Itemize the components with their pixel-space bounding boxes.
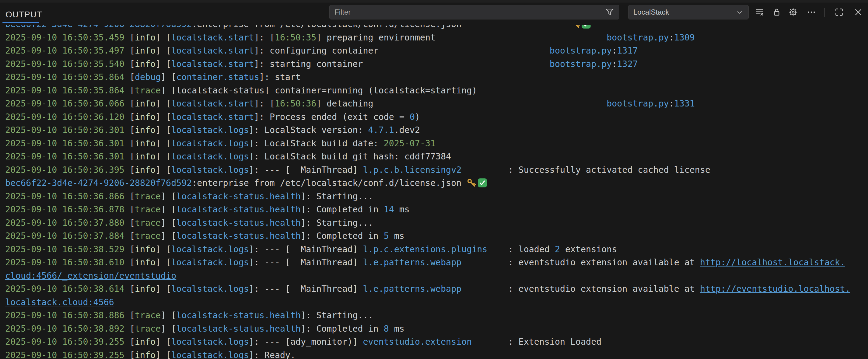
filter-box bbox=[329, 5, 619, 20]
log-segment: ]: --- [ MainThread] bbox=[249, 257, 363, 267]
log-line: 2025-09-10 16:50:36.066 [info] [localsta… bbox=[5, 97, 868, 110]
log-link[interactable]: cloud:4566/_extension/eventstudio bbox=[5, 271, 176, 281]
log-segment: info bbox=[135, 46, 156, 56]
log-line: 2025-09-10 16:50:36.878 [trace] [localst… bbox=[5, 203, 868, 216]
log-segment: ] [ bbox=[156, 350, 171, 359]
log-segment: 2025-09-10 16:50:35.540 bbox=[5, 59, 130, 69]
log-segment: ] [ bbox=[156, 46, 171, 56]
log-segment: 2025-09-10 16:50:36.301 bbox=[5, 152, 130, 162]
log-segment: ] [ bbox=[156, 165, 171, 175]
log-line: 2025-09-10 16:50:38.529 [info] [localsta… bbox=[5, 243, 868, 256]
log-segment: 2025-09-10 16:50:36.395 bbox=[5, 165, 130, 175]
log-segment: 1327 bbox=[617, 59, 638, 69]
log-segment: [ bbox=[130, 257, 135, 267]
log-segment: 1309 bbox=[674, 33, 695, 42]
log-segment: ] [ bbox=[156, 244, 171, 254]
channel-dropdown-value: LocalStack bbox=[633, 8, 669, 17]
log-segment: l.e.patterns.webapp bbox=[363, 257, 462, 267]
log-segment: ]: start bbox=[259, 72, 301, 82]
log-segment: ] detaching bbox=[316, 99, 607, 109]
log-segment: ] [ bbox=[156, 125, 171, 135]
log-segment: ]: [ bbox=[254, 99, 275, 109]
log-segment: ) bbox=[415, 112, 420, 122]
log-segment: 2025-09-10 16:50:35.864 bbox=[5, 86, 130, 96]
channel-dropdown[interactable]: LocalStack bbox=[628, 5, 749, 20]
log-segment: : eventstudio extension available at bbox=[461, 257, 700, 267]
log-line: bec66f22-3d4e-4274-9206-28820f76d592:ent… bbox=[5, 25, 868, 31]
log-segment: info bbox=[135, 152, 156, 162]
log-segment: eventstudio.extension bbox=[363, 337, 472, 347]
clear-output-icon[interactable] bbox=[754, 7, 765, 18]
log-segment: 2025-09-10 16:50:38.892 bbox=[5, 324, 130, 334]
log-segment: [ bbox=[130, 284, 135, 294]
panel-top-border bbox=[0, 0, 868, 2]
log-segment: info bbox=[135, 350, 156, 359]
log-segment: trace bbox=[135, 218, 161, 228]
key-emoji bbox=[570, 25, 580, 29]
filter-input[interactable] bbox=[334, 8, 604, 17]
log-segment: 16:50:35 bbox=[275, 33, 316, 42]
log-segment: [ bbox=[130, 337, 135, 347]
log-segment: localstack.logs bbox=[171, 244, 249, 254]
log-segment: 2025-09-10 16:50:36.878 bbox=[5, 204, 130, 215]
log-segment: trace bbox=[135, 86, 161, 96]
log-segment: 0 bbox=[410, 112, 415, 122]
log-segment: 2025-09-10 16:50:36.066 bbox=[5, 99, 130, 109]
log-segment: ]: configuring container bbox=[254, 46, 550, 56]
log-segment: localstack.logs bbox=[171, 165, 249, 175]
log-link[interactable]: http://localhost.localstack. bbox=[700, 257, 845, 267]
log-viewport[interactable]: bec66f22-3d4e-4274-9206-28820f76d592:ent… bbox=[0, 25, 868, 359]
log-segment: ] [ bbox=[156, 59, 171, 69]
log-segment: ]: Starting... bbox=[301, 218, 373, 228]
log-segment: ] [localstack-status] container=running … bbox=[161, 86, 477, 96]
log-segment: 2025-09-10 16:50:36.301 bbox=[5, 125, 130, 135]
log-segment: ]: Ready. bbox=[249, 350, 296, 359]
log-segment: :enterprise from /etc/localstack/conf.d/… bbox=[192, 178, 467, 188]
tab-output[interactable]: OUTPUT bbox=[5, 10, 42, 20]
log-line: 2025-09-10 16:50:38.886 [trace] [localst… bbox=[5, 309, 868, 322]
log-segment: :enterprise from /etc/localstack/conf.d/… bbox=[192, 25, 570, 29]
log-segment: 2025-09-10 16:50:38.610 bbox=[5, 257, 130, 267]
filter-funnel-icon[interactable] bbox=[604, 7, 615, 17]
log-segment: ]: Starting... bbox=[301, 310, 373, 320]
log-segment: [ bbox=[130, 191, 135, 201]
log-line: 2025-09-10 16:50:36.395 [info] [localsta… bbox=[5, 163, 868, 177]
log-segment: 2025-09-10 16:50:38.614 bbox=[5, 284, 130, 294]
check-emoji bbox=[581, 25, 591, 29]
log-segment: 2025-09-10 16:50:35.497 bbox=[5, 46, 130, 56]
log-segment: info bbox=[135, 59, 156, 69]
log-segment: 2025-09-10 16:50:36.866 bbox=[5, 191, 130, 201]
log-segment: info bbox=[135, 125, 156, 135]
log-segment: 2025-09-10 16:50:35.864 bbox=[5, 72, 130, 82]
output-panel: OUTPUT LocalStack bbox=[0, 0, 868, 359]
log-segment: 2025-09-10 16:50:38.886 bbox=[5, 310, 130, 320]
gear-icon[interactable] bbox=[788, 7, 799, 18]
log-link[interactable]: localstack.cloud:4566 bbox=[5, 297, 114, 307]
log-segment: localstack.logs bbox=[171, 337, 249, 347]
log-segment: 4.7.1 bbox=[368, 125, 394, 135]
close-panel-icon[interactable] bbox=[853, 7, 864, 18]
lock-icon[interactable] bbox=[771, 7, 782, 18]
log-segment: localstack.start bbox=[171, 99, 254, 109]
log-segment: : bbox=[612, 46, 617, 56]
maximize-panel-icon[interactable] bbox=[834, 7, 844, 18]
log-segment: bootstrap.py bbox=[550, 59, 612, 69]
log-segment: [ bbox=[130, 244, 135, 254]
log-segment: l.p.c.extensions.plugins bbox=[363, 244, 488, 254]
more-actions-icon[interactable] bbox=[806, 7, 817, 18]
log-line: 2025-09-10 16:50:38.610 [info] [localsta… bbox=[5, 256, 868, 269]
log-segment: ]: [ bbox=[254, 33, 275, 42]
log-segment: ] [ bbox=[156, 284, 171, 294]
log-segment: 2025-09-10 16:50:37.884 bbox=[5, 231, 130, 241]
log-line: cloud:4566/_extension/eventstudio bbox=[5, 269, 868, 283]
log-segment: bootstrap.py bbox=[607, 33, 669, 42]
log-segment: info bbox=[135, 112, 156, 122]
log-segment: 1317 bbox=[617, 46, 638, 56]
log-segment: ]: --- [ MainThread] bbox=[249, 244, 363, 254]
log-link[interactable]: http://eventstudio.localhost. bbox=[700, 284, 850, 294]
log-segment: ms bbox=[394, 204, 410, 215]
log-segment: trace bbox=[135, 191, 161, 201]
log-segment: l.p.c.b.licensingv2 bbox=[363, 165, 462, 175]
log-segment: [ bbox=[130, 112, 135, 122]
log-line: 2025-09-10 16:50:38.892 [trace] [localst… bbox=[5, 322, 868, 335]
